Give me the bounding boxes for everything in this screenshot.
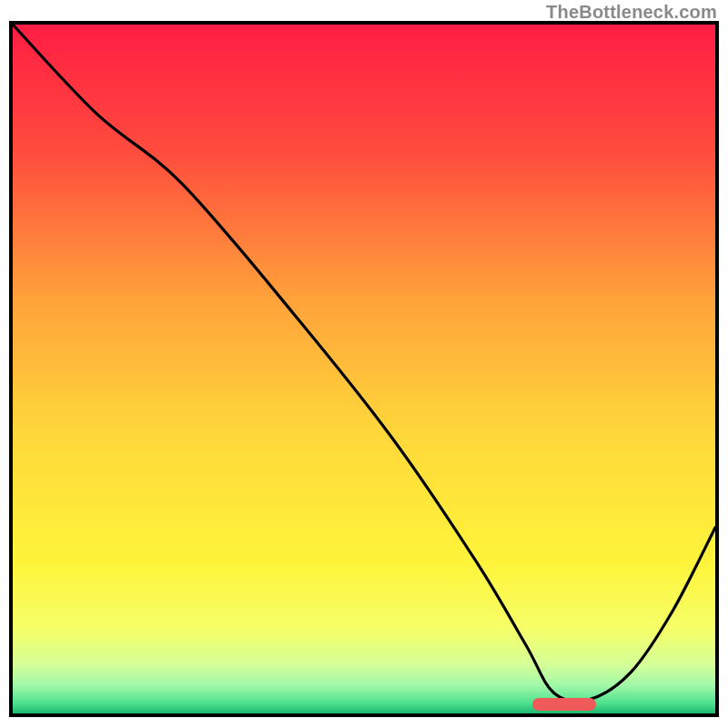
chart-plot bbox=[13, 25, 715, 713]
chart-frame bbox=[9, 21, 719, 717]
chart-background bbox=[13, 25, 715, 713]
watermark-text: TheBottleneck.com bbox=[546, 2, 717, 23]
chart-minimum-marker bbox=[532, 698, 595, 711]
